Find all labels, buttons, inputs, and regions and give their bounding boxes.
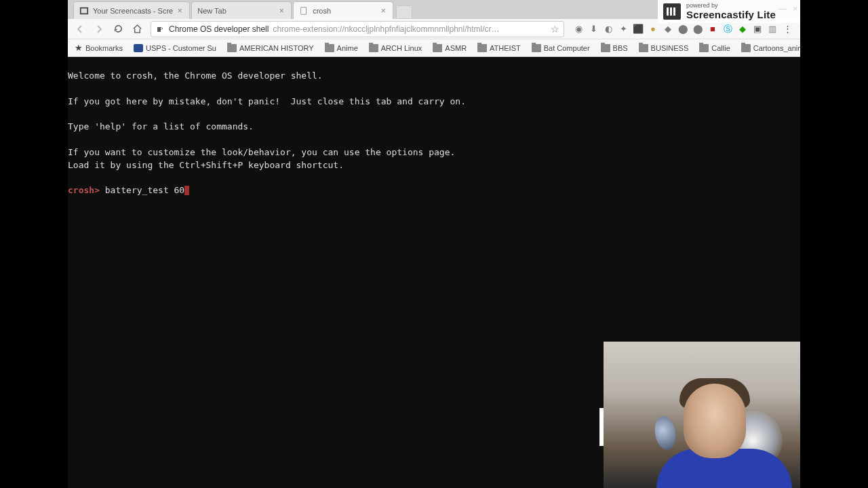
folder-icon — [639, 44, 648, 52]
close-icon[interactable]: × — [176, 7, 184, 15]
bookmarks-menu[interactable]: ★ Bookmarks — [72, 41, 125, 54]
back-button[interactable] — [72, 21, 88, 37]
bookmark-folder-bbs[interactable]: BBS — [598, 43, 631, 54]
ext-icon-5[interactable]: ⬛ — [632, 23, 644, 35]
usps-icon — [134, 44, 143, 52]
terminal-prompt: crosh> — [68, 185, 100, 195]
tab-title: Your Screencasts - Scre — [93, 7, 173, 15]
microphone — [652, 415, 678, 451]
bookmark-label: USPS - Customer Su — [146, 44, 216, 52]
letterbox-right — [800, 0, 868, 488]
omnibox-title: Chrome OS developer shell — [169, 24, 269, 34]
bookmarks-label: Bookmarks — [85, 44, 123, 52]
terminal-line: Welcome to crosh, the Chrome OS develope… — [68, 70, 323, 81]
close-icon[interactable]: × — [793, 4, 797, 14]
tab-screencasts[interactable]: Your Screencasts - Scre × — [73, 1, 190, 19]
ext-icon-10[interactable]: ■ — [707, 23, 719, 35]
ext-icon-4[interactable]: ✦ — [617, 23, 629, 35]
ext-icon-9[interactable]: ⬤ — [692, 23, 704, 35]
ext-icon-12[interactable]: ◆ — [736, 23, 749, 35]
folder-icon — [477, 44, 487, 52]
forward-button[interactable] — [91, 21, 107, 37]
bookmark-folder-anime[interactable]: Anime — [322, 43, 361, 54]
window-controls: — × — [778, 4, 797, 14]
page-icon — [299, 6, 309, 16]
webcam-overlay — [604, 342, 800, 488]
ext-icon-1[interactable]: ◉ — [572, 23, 585, 35]
skype-icon[interactable]: Ⓢ — [722, 23, 734, 35]
bookmark-label: Callie — [711, 44, 730, 52]
letterbox-left — [0, 0, 68, 488]
bookmark-folder-cartoons-anime[interactable]: Cartoons_anime — [738, 43, 800, 54]
ext-icon-3[interactable]: ◐ — [602, 23, 614, 35]
bookmark-label: BBS — [613, 44, 628, 52]
bookmark-label: ASMR — [445, 44, 467, 52]
screencastify-brand: Screencastify Lite — [686, 9, 776, 21]
folder-icon — [741, 44, 751, 52]
ext-icon-14[interactable]: ▥ — [766, 23, 778, 35]
bookmark-folder-bat-computer[interactable]: Bat Computer — [529, 43, 593, 54]
bookmark-label: ARCH Linux — [381, 44, 422, 52]
bookmark-label: Cartoons_anime — [753, 44, 800, 52]
terminal-command: battery_test 60 — [105, 185, 184, 195]
bookmark-folder-callie[interactable]: Callie — [696, 43, 733, 54]
terminal-line: Load it by using the Ctrl+Shift+P keyboa… — [68, 160, 344, 170]
tab-crosh[interactable]: crosh × — [293, 1, 393, 19]
address-bar[interactable]: Chrome OS developer shell chrome-extensi… — [151, 21, 564, 37]
close-icon[interactable]: × — [277, 7, 285, 15]
folder-icon — [227, 44, 237, 52]
omnibox-url: chrome-extension://nkoccljplnhpfnfiajclk… — [273, 24, 547, 34]
screencastify-logo-icon — [663, 3, 681, 20]
bookmark-label: ATHEIST — [490, 44, 521, 52]
ext-icon-13[interactable]: ▣ — [751, 23, 764, 35]
folder-icon — [433, 44, 442, 52]
bookmark-label: Bat Computer — [544, 44, 590, 52]
minimize-icon[interactable]: — — [778, 4, 786, 14]
new-tab-button[interactable] — [396, 5, 412, 19]
folder-icon — [532, 44, 541, 52]
terminal-line: If you got here by mistake, don't panic!… — [68, 96, 466, 106]
extension-icons: ◉ ⬇ ◐ ✦ ⬛ ● ◆ ⬤ ⬤ ■ Ⓢ ◆ ▣ ▥ ⋮ — [570, 23, 796, 35]
tab-newtab[interactable]: New Tab × — [191, 1, 292, 19]
menu-icon[interactable]: ⋮ — [781, 23, 793, 35]
download-icon[interactable]: ⬇ — [587, 23, 599, 35]
bookmark-star-icon[interactable]: ☆ — [551, 24, 559, 35]
tab-title: crosh — [313, 7, 376, 15]
bookmark-label: AMERICAN HISTORY — [239, 44, 314, 52]
svg-rect-2 — [301, 7, 307, 14]
ext-icon-7[interactable]: ◆ — [662, 23, 674, 35]
reload-button[interactable] — [110, 21, 126, 37]
film-icon — [79, 6, 89, 16]
close-icon[interactable]: × — [379, 7, 387, 15]
bookmark-folder-arch-linux[interactable]: ARCH Linux — [366, 43, 425, 54]
folder-icon — [369, 44, 378, 52]
bookmark-folder-atheist[interactable]: ATHEIST — [475, 43, 524, 54]
bookmarks-bar: ★ Bookmarks USPS - Customer Su AMERICAN … — [68, 39, 800, 57]
bookmark-usps[interactable]: USPS - Customer Su — [131, 43, 219, 54]
home-button[interactable] — [129, 21, 145, 37]
svg-rect-1 — [81, 8, 87, 13]
extension-icon — [155, 24, 165, 34]
folder-icon — [699, 44, 709, 52]
star-icon: ★ — [75, 43, 83, 53]
bookmark-folder-asmr[interactable]: ASMR — [430, 43, 469, 54]
terminal-line: If you want to customize the look/behavi… — [68, 147, 455, 157]
cursor-icon — [184, 186, 189, 195]
ext-icon-6[interactable]: ● — [647, 23, 659, 35]
bookmark-label: Anime — [337, 44, 358, 52]
person-head — [684, 384, 746, 458]
bookmark-label: BUSINESS — [651, 44, 689, 52]
folder-icon — [601, 44, 610, 52]
ext-icon-8[interactable]: ⬤ — [677, 23, 689, 35]
bookmark-folder-business[interactable]: BUSINESS — [636, 43, 692, 54]
bookmark-folder-american-history[interactable]: AMERICAN HISTORY — [224, 43, 317, 54]
tab-title: New Tab — [197, 7, 275, 15]
folder-icon — [325, 44, 334, 52]
terminal-line: Type 'help' for a list of commands. — [68, 121, 254, 131]
